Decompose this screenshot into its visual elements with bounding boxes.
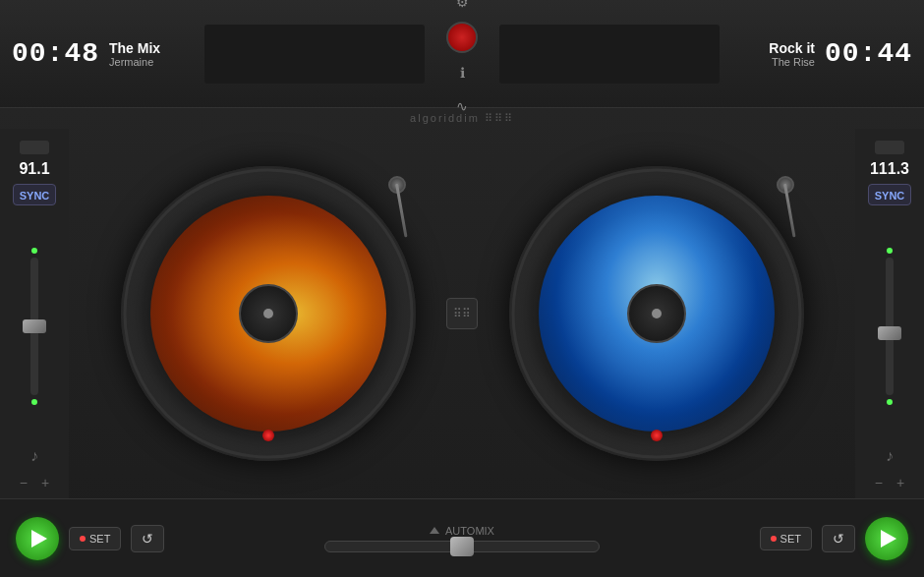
left-pitch-dot2 [31,399,37,405]
right-set-dot [771,536,777,542]
left-pitch-thumb[interactable] [23,319,46,333]
left-set-label: SET [89,533,110,545]
right-music-note-icon[interactable]: ♪ [886,447,894,465]
right-pitch-fader [859,211,920,441]
right-vol-plus[interactable]: + [896,475,904,490]
right-tonearm [745,176,794,245]
left-track-info: 00:48 The Mix Jermaine [0,0,197,107]
waveform-right[interactable]: (function(){ var bars = 190; var svg = d… [499,25,720,84]
bottom-controls: SET ↺ AUTOMIX SET ↺ [0,498,924,577]
left-pitch-fader [4,211,65,441]
record-button[interactable] [446,22,478,53]
right-pitch-dot [887,248,893,254]
left-play-icon [31,530,47,548]
left-panel-top-knob[interactable] [20,141,49,154]
left-set-dot [80,536,86,542]
right-track-details: Rock it The Rise [769,40,815,68]
left-timer: 00:48 [12,38,99,69]
left-track-artist: Jermaine [109,56,160,68]
turntables-row: ♪ [69,129,855,498]
decks-row: 91.1 SYNC ♪ − + ♪ [0,129,924,498]
svg-rect-0 [204,25,425,84]
right-panel-top-knob[interactable] [875,141,904,154]
automix-triangle-icon [430,527,439,534]
right-pitch-thumb[interactable] [878,326,901,340]
automix-bar: AUTOMIX [430,525,494,537]
right-pitch-slider[interactable] [886,258,894,395]
right-sync-button[interactable]: SYNC [868,184,911,205]
grid-button[interactable]: ⠿⠿ [446,298,478,329]
right-loop-button[interactable]: ↺ [822,525,855,552]
decks-center: ♪ [69,129,855,498]
right-track-artist: The Rise [769,56,815,68]
left-sync-button[interactable]: SYNC [13,184,56,205]
right-set-button[interactable]: SET [760,527,812,550]
crossfader-track[interactable] [324,541,600,552]
left-pitch-slider[interactable] [30,258,38,395]
right-spindle [652,309,662,318]
left-loop-button[interactable]: ↺ [131,525,164,552]
right-side-panel: 111.3 SYNC ♪ − + [855,129,924,498]
brand-bar: algoriddim ⠿⠿⠿ [0,108,924,129]
right-set-label: SET [780,533,801,545]
svg-rect-1 [499,25,720,84]
left-set-button[interactable]: SET [69,527,121,550]
waveform-center: (function(){ var bars = 190; var svg = d… [197,0,727,107]
left-track-name: The Mix [109,40,160,56]
left-music-note-icon[interactable]: ♪ [30,447,38,465]
left-red-dot [262,430,274,441]
top-bar: 00:48 The Mix Jermaine [0,0,924,108]
right-track-name: Rock it [769,40,815,56]
waveform-left[interactable]: (function(){ var bars = 190; var svg = d… [204,25,425,84]
left-play-button[interactable] [16,517,59,560]
right-turntable[interactable]: ♪ [509,166,804,461]
gear-icon[interactable]: ⚙ [448,0,476,16]
left-vol-minus[interactable]: − [20,475,28,490]
right-track-info: Rock it The Rise 00:44 [727,0,924,107]
crossfader-section: AUTOMIX [174,525,749,552]
right-pitch-dot2 [887,399,893,405]
info-icon[interactable]: ℹ [448,59,476,87]
left-tonearm [357,176,406,245]
left-track-details: The Mix Jermaine [109,40,160,68]
left-turntable-label [239,284,298,343]
automix-label: AUTOMIX [445,525,494,537]
right-bpm: 111.3 [870,160,909,178]
right-play-button[interactable] [865,517,908,560]
crossfader-thumb[interactable] [450,537,474,556]
right-timer: 00:44 [825,38,912,69]
right-vol-minus[interactable]: − [875,475,883,490]
main-section: algoriddim ⠿⠿⠿ 91.1 SYNC ♪ − + [0,108,924,577]
right-play-icon [881,530,896,548]
right-red-dot [651,430,663,441]
left-turntable[interactable]: ♪ [121,166,416,461]
left-vol-plus[interactable]: + [41,475,49,490]
center-controls: ⚙ ℹ ∿ [433,0,491,120]
left-pitch-dot [31,248,37,254]
right-turntable-label [627,284,686,343]
left-bpm: 91.1 [19,160,49,178]
left-side-panel: 91.1 SYNC ♪ − + [0,129,69,498]
left-spindle [263,309,273,318]
